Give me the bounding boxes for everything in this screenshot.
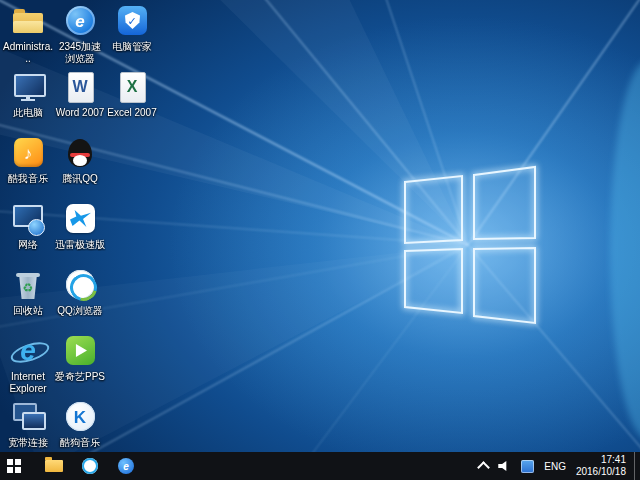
desktop-icon-tencent-qq[interactable]: 腾讯QQ (54, 136, 106, 202)
administrator-icon (8, 4, 48, 38)
desktop-icon-label: 腾讯QQ (54, 173, 106, 185)
desktop-icon-browser-2345[interactable]: e2345加速浏览器 (54, 4, 106, 70)
tray-show-hidden-icons[interactable] (474, 452, 493, 480)
desktop-icon-broadband-connection[interactable]: 宽带连接 (2, 400, 54, 452)
taskbar-qq-browser[interactable] (72, 452, 108, 480)
desktop-icon-label: Administra... (2, 41, 54, 65)
taskbar-file-explorer[interactable] (36, 452, 72, 480)
clock-date: 2016/10/18 (576, 466, 626, 478)
speaker-icon (498, 460, 511, 472)
qq-browser-icon (60, 268, 100, 302)
tray-language-indicator[interactable]: ENG (539, 452, 571, 480)
tray-app-icon (521, 460, 534, 473)
qq-browser-icon (82, 458, 98, 474)
pc-manager-icon: ✓ (112, 4, 152, 38)
desktop-icon-this-pc[interactable]: 此电脑 (2, 70, 54, 136)
desktop-icon-label: 酷我音乐 (2, 173, 54, 185)
language-label: ENG (544, 461, 566, 472)
desktop-icon-label: Internet Explorer (2, 371, 54, 395)
desktop-icon-label: 2345加速浏览器 (54, 41, 106, 65)
tencent-qq-icon (60, 136, 100, 170)
desktop-icon-network[interactable]: 网络 (2, 202, 54, 268)
show-desktop-button[interactable] (634, 452, 640, 480)
desktop-icon-label: 宽带连接 (2, 437, 54, 449)
desktop-icon-word-2007[interactable]: WWord 2007 (54, 70, 106, 136)
desktop-icon-label: 酷狗音乐 (54, 437, 106, 449)
start-button[interactable] (0, 452, 36, 480)
kugou-music-icon: K (60, 400, 100, 434)
excel-2007-icon: X (112, 70, 152, 104)
this-pc-icon (8, 70, 48, 104)
desktop-icon-administrator[interactable]: Administra... (2, 4, 54, 70)
tray-app[interactable] (516, 452, 539, 480)
desktop-icon-label: Excel 2007 (106, 107, 158, 119)
tray-clock[interactable]: 17:41 2016/10/18 (571, 452, 634, 480)
broadband-connection-icon (8, 400, 48, 434)
kuwo-music-icon: ♪ (8, 136, 48, 170)
xunlei-speed-icon (60, 202, 100, 236)
desktop-icon-label: Word 2007 (54, 107, 106, 119)
desktop-icon-grid: Administra...此电脑♪酷我音乐网络♻回收站eInternet Exp… (2, 4, 158, 452)
windows-desktop-screen: Administra...此电脑♪酷我音乐网络♻回收站eInternet Exp… (0, 0, 640, 480)
word-2007-icon: W (60, 70, 100, 104)
network-icon (8, 202, 48, 236)
clock-time: 17:41 (601, 454, 626, 466)
system-tray: ENG 17:41 2016/10/18 (474, 452, 640, 480)
desktop-icon-kugou-music[interactable]: K酷狗音乐 (54, 400, 106, 452)
desktop-icon-label: 回收站 (2, 305, 54, 317)
desktop-icon-recycle-bin[interactable]: ♻回收站 (2, 268, 54, 334)
desktop-icon-kuwo-music[interactable]: ♪酷我音乐 (2, 136, 54, 202)
desktop-icon-label: 爱奇艺PPS (54, 371, 106, 383)
desktop-icon-label: 电脑管家 (106, 41, 158, 53)
taskbar-pinned-apps: e (0, 452, 144, 480)
desktop-icon-label: 网络 (2, 239, 54, 251)
file-explorer-icon (45, 460, 63, 472)
desktop-icon-label: QQ浏览器 (54, 305, 106, 317)
desktop-icon-label: 此电脑 (2, 107, 54, 119)
iqiyi-pps-icon (60, 334, 100, 368)
taskbar-2345-browser[interactable]: e (108, 452, 144, 480)
desktop-icon-excel-2007[interactable]: XExcel 2007 (106, 70, 158, 136)
desktop-icon-xunlei-speed[interactable]: 迅雷极速版 (54, 202, 106, 268)
chevron-up-icon (477, 461, 490, 474)
desktop[interactable]: Administra...此电脑♪酷我音乐网络♻回收站eInternet Exp… (0, 0, 640, 452)
recycle-bin-icon: ♻ (8, 268, 48, 302)
browser-2345-icon: e (60, 4, 100, 38)
desktop-icon-pc-manager[interactable]: ✓电脑管家 (106, 4, 158, 70)
windows-logo-icon (7, 459, 13, 465)
desktop-icon-internet-explorer[interactable]: eInternet Explorer (2, 334, 54, 400)
desktop-icon-iqiyi-pps[interactable]: 爱奇艺PPS (54, 334, 106, 400)
taskbar: e ENG 17:41 2016/10/18 (0, 452, 640, 480)
desktop-icon-qq-browser[interactable]: QQ浏览器 (54, 268, 106, 334)
tray-volume[interactable] (493, 452, 516, 480)
desktop-icon-label: 迅雷极速版 (54, 239, 106, 251)
2345-browser-icon: e (118, 458, 134, 474)
internet-explorer-icon: e (8, 334, 48, 368)
